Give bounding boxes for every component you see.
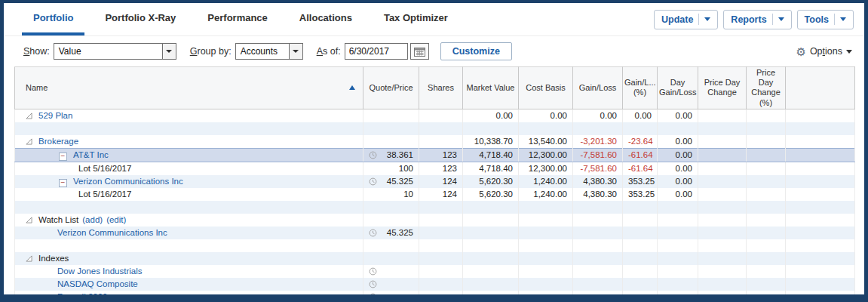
row-label[interactable]: AT&T Inc bbox=[73, 150, 109, 159]
column-header-gain-loss-pct[interactable]: Gain/L...(%) bbox=[623, 67, 658, 109]
column-header-gain-loss[interactable]: Gain/Loss bbox=[573, 67, 623, 109]
column-header-market-value[interactable]: Market Value bbox=[463, 67, 519, 109]
expander-triangle-icon[interactable] bbox=[26, 138, 32, 145]
costbasis-cell: 1,240.00 bbox=[519, 175, 573, 188]
tab-tax-optimizer[interactable]: Tax Optimizer bbox=[373, 3, 459, 35]
clock-icon bbox=[369, 267, 377, 276]
row-label[interactable]: Verizon Communications Inc bbox=[73, 177, 183, 186]
costbasis-cell bbox=[519, 214, 573, 226]
blank-cell bbox=[786, 239, 855, 252]
group-by-dropdown[interactable]: Accounts bbox=[235, 43, 303, 60]
gainloss-value: 0.00 bbox=[600, 111, 617, 120]
column-header-day-gain-loss[interactable]: DayGain/Loss bbox=[658, 67, 698, 109]
shares-cell bbox=[419, 201, 463, 214]
daygainloss-cell bbox=[658, 226, 698, 239]
column-header-name[interactable]: Name bbox=[15, 67, 363, 109]
gainloss-value: -7,581.60 bbox=[580, 150, 617, 159]
table-row-at-t-inc[interactable]: −AT&T Inc38.3611234,718.4012,300.00-7,58… bbox=[15, 148, 855, 162]
row-action-link-add[interactable]: (add) bbox=[82, 215, 103, 224]
blank-cell bbox=[786, 214, 855, 226]
empty-row[interactable] bbox=[15, 122, 855, 135]
quote-cell bbox=[363, 201, 419, 214]
name-cell: Dow Jones Industrials bbox=[15, 265, 363, 278]
customize-button[interactable]: Customize bbox=[440, 42, 512, 60]
column-header-price-day-change[interactable]: Price DayChange bbox=[698, 67, 747, 109]
tab-performance[interactable]: Performance bbox=[196, 3, 278, 35]
tab-allocations[interactable]: Allocations bbox=[288, 3, 363, 35]
marketvalue-cell bbox=[463, 265, 519, 278]
name-cell: Lot 5/16/2017 bbox=[15, 188, 363, 201]
collapse-minus-icon[interactable]: − bbox=[59, 153, 67, 161]
gainloss-cell bbox=[573, 278, 623, 291]
shares-cell bbox=[419, 135, 463, 149]
column-header-shares[interactable]: Shares bbox=[419, 67, 463, 109]
empty-row[interactable] bbox=[15, 239, 855, 252]
row-label[interactable]: Russell 2000 bbox=[57, 292, 107, 296]
table-row-brokerage[interactable]: Brokerage10,338.7013,540.00-3,201.30-23.… bbox=[15, 135, 855, 149]
costbasis-cell bbox=[519, 226, 573, 239]
expander-triangle-icon[interactable] bbox=[26, 217, 32, 223]
table-container: NameQuote/PriceSharesMarket ValueCost Ba… bbox=[14, 66, 855, 296]
row-label: Watch List bbox=[38, 215, 78, 224]
tab-portfolio-x-ray[interactable]: Portfolio X-Ray bbox=[94, 3, 187, 35]
row-label[interactable]: Brokerage bbox=[38, 137, 78, 146]
reports-button[interactable]: Reports bbox=[723, 10, 791, 29]
daygainloss-cell: 0.00 bbox=[658, 135, 698, 149]
column-header-quote-price[interactable]: Quote/Price bbox=[363, 67, 419, 109]
row-label[interactable]: NASDAQ Composite bbox=[57, 279, 138, 288]
table-row-verizon-communications-inc[interactable]: −Verizon Communications Inc45.3251245,62… bbox=[15, 175, 855, 188]
table-row-dow-jones-industrials[interactable]: Dow Jones Industrials bbox=[15, 265, 855, 278]
gainloss-cell bbox=[573, 239, 623, 252]
tools-button[interactable]: Tools bbox=[797, 10, 854, 29]
calendar-button[interactable] bbox=[410, 43, 429, 60]
marketvalue-cell bbox=[463, 226, 519, 239]
gainlosspct-cell: -23.64 bbox=[623, 135, 658, 149]
table-row-nasdaq-composite[interactable]: NASDAQ Composite bbox=[15, 278, 855, 291]
tab-list: PortfolioPortfolio X-RayPerformanceAlloc… bbox=[4, 3, 468, 35]
column-header-price-day-change-pct[interactable]: Price DayChange(%) bbox=[747, 67, 786, 109]
blank-cell bbox=[786, 252, 855, 265]
blank-cell bbox=[786, 265, 855, 278]
table-row-indexes[interactable]: Indexes bbox=[15, 252, 855, 265]
as-of-date-input[interactable] bbox=[345, 43, 408, 60]
row-label[interactable]: Dow Jones Industrials bbox=[57, 267, 143, 276]
pricedaychangepct-cell bbox=[747, 175, 786, 188]
expander-triangle-icon[interactable] bbox=[26, 255, 32, 262]
gainlosspct-cell bbox=[623, 252, 658, 265]
costbasis-value: 13,540.00 bbox=[529, 137, 567, 146]
table-row-watch-list[interactable]: Watch List(add)(edit) bbox=[15, 214, 855, 226]
column-header-cost-basis[interactable]: Cost Basis bbox=[519, 67, 573, 109]
expander-triangle-icon[interactable] bbox=[26, 112, 32, 119]
gainloss-cell: 4,380.30 bbox=[573, 175, 623, 188]
table-row-529-plan[interactable]: 529 Plan0.000.000.000.000.00 bbox=[15, 109, 855, 122]
gainlosspct-value: 353.25 bbox=[628, 190, 655, 199]
table-row-lot-5-16-2017[interactable]: Lot 5/16/2017101245,620.301,240.004,380.… bbox=[15, 188, 855, 201]
table-row-lot-5-16-2017[interactable]: Lot 5/16/20171001234,718.4012,300.00-7,5… bbox=[15, 162, 855, 175]
show-dropdown[interactable]: Value bbox=[54, 43, 176, 60]
shares-cell bbox=[419, 214, 463, 226]
portfolio-table: NameQuote/PriceSharesMarket ValueCost Ba… bbox=[14, 66, 855, 296]
row-action-link-edit[interactable]: (edit) bbox=[106, 215, 126, 224]
row-label[interactable]: 529 Plan bbox=[38, 111, 72, 120]
gainloss-cell: -3,201.30 bbox=[573, 135, 623, 149]
collapse-minus-icon[interactable]: − bbox=[59, 179, 67, 187]
update-button[interactable]: Update bbox=[654, 10, 718, 29]
pricedaychangepct-cell bbox=[747, 162, 786, 175]
table-row-verizon-communications-inc[interactable]: Verizon Communications Inc45.325 bbox=[15, 226, 855, 239]
name-cell: −AT&T Inc bbox=[15, 148, 363, 162]
row-label[interactable]: Verizon Communications Inc bbox=[57, 228, 167, 237]
quote-cell bbox=[363, 252, 419, 265]
gainlosspct-cell bbox=[623, 278, 658, 291]
table-row-russell-2000[interactable]: Russell 2000 bbox=[15, 291, 855, 296]
daygainloss-value: 0.00 bbox=[676, 137, 692, 146]
pricedaychange-cell bbox=[698, 214, 747, 226]
tab-portfolio[interactable]: Portfolio bbox=[22, 3, 84, 35]
costbasis-value: 1,240.00 bbox=[533, 190, 567, 199]
marketvalue-cell: 4,718.40 bbox=[463, 148, 519, 162]
daygainloss-cell: 0.00 bbox=[658, 188, 698, 201]
pricedaychange-cell bbox=[698, 252, 747, 265]
empty-row[interactable] bbox=[15, 201, 855, 214]
options-label: Options bbox=[810, 46, 842, 57]
options-button[interactable]: ⚙ Options bbox=[796, 46, 864, 57]
button-divider bbox=[698, 14, 699, 25]
